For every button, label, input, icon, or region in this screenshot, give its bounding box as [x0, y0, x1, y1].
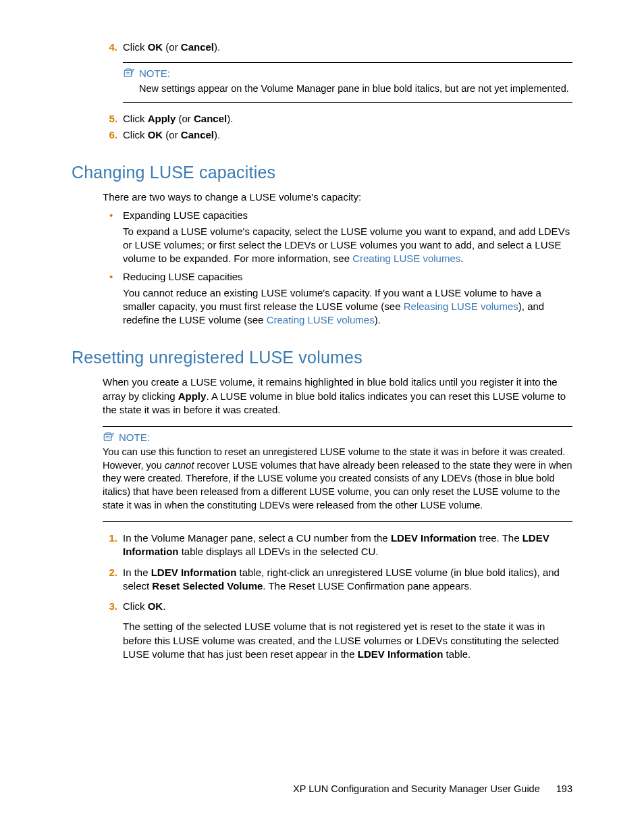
- svg-rect-3: [104, 434, 111, 440]
- link-releasing-luse[interactable]: Releasing LUSE volumes: [404, 301, 518, 312]
- bottom-steps-list: 1. In the Volume Manager pane, select a …: [72, 531, 572, 661]
- heading-resetting-luse: Resetting unregistered LUSE volumes: [72, 346, 572, 369]
- step-number: 5.: [103, 112, 117, 126]
- step-3: 3. Click OK. The setting of the selected…: [103, 600, 572, 661]
- link-creating-luse-2[interactable]: Creating LUSE volumes: [267, 314, 375, 325]
- bullet-reducing: Reducing LUSE capacities You cannot redu…: [103, 270, 572, 328]
- note-label: NOTE:: [139, 67, 170, 80]
- step-1: 1. In the Volume Manager pane, select a …: [103, 531, 572, 559]
- step-2: 2. In the LDEV Information table, right-…: [103, 566, 572, 594]
- note-icon: [123, 68, 135, 80]
- section1-intro: There are two ways to change a LUSE volu…: [103, 190, 572, 204]
- section2-intro: When you create a LUSE volume, it remain…: [103, 375, 572, 417]
- step-4: 4. Click OK (or Cancel).: [103, 41, 572, 54]
- note-body: New settings appear on the Volume Manage…: [139, 82, 572, 96]
- step-number: 4.: [103, 41, 117, 54]
- page-footer: XP LUN Configuration and Security Manage…: [293, 783, 572, 796]
- top-steps-list: 4. Click OK (or Cancel).: [72, 41, 572, 54]
- step-text: Click OK (or Cancel).: [123, 129, 220, 140]
- page-number: 193: [556, 783, 572, 796]
- bullet-body: You cannot reduce an existing LUSE volum…: [123, 286, 572, 328]
- link-creating-luse-1[interactable]: Creating LUSE volumes: [352, 253, 460, 264]
- svg-rect-0: [124, 71, 132, 77]
- bullet-head: Reducing LUSE capacities: [123, 271, 243, 282]
- bullet-body: To expand a LUSE volume's capacity, sele…: [123, 225, 572, 266]
- footer-title: XP LUN Configuration and Security Manage…: [293, 783, 540, 794]
- step-number: 2.: [103, 566, 117, 579]
- step-5: 5. Click Apply (or Cancel).: [103, 112, 572, 126]
- note-block-2: NOTE: You can use this function to reset…: [103, 426, 572, 522]
- step-text: In the LDEV Information table, right-cli…: [123, 567, 560, 592]
- step-text: Click OK (or Cancel).: [123, 41, 220, 53]
- step-number: 3.: [103, 600, 117, 613]
- step-extra: The setting of the selected LUSE volume …: [123, 620, 572, 661]
- bullet-list: Expanding LUSE capacities To expand a LU…: [103, 209, 572, 328]
- step-6: 6. Click OK (or Cancel).: [103, 128, 572, 142]
- bullet-head: Expanding LUSE capacities: [123, 209, 248, 221]
- step-text: Click Apply (or Cancel).: [123, 113, 233, 124]
- step-text: In the Volume Manager pane, select a CU …: [123, 532, 549, 557]
- step-text: Click OK.: [123, 600, 165, 612]
- top-steps-list-cont: 5. Click Apply (or Cancel). 6. Click OK …: [72, 112, 572, 142]
- note-body: You can use this function to reset an un…: [103, 446, 572, 512]
- heading-changing-luse: Changing LUSE capacities: [72, 161, 572, 184]
- step-number: 1.: [103, 531, 117, 545]
- note-label: NOTE:: [119, 431, 150, 444]
- step-number: 6.: [103, 128, 117, 142]
- note-block-1: NOTE: New settings appear on the Volume …: [123, 62, 572, 103]
- note-icon: [103, 432, 115, 444]
- bullet-expanding: Expanding LUSE capacities To expand a LU…: [103, 209, 572, 266]
